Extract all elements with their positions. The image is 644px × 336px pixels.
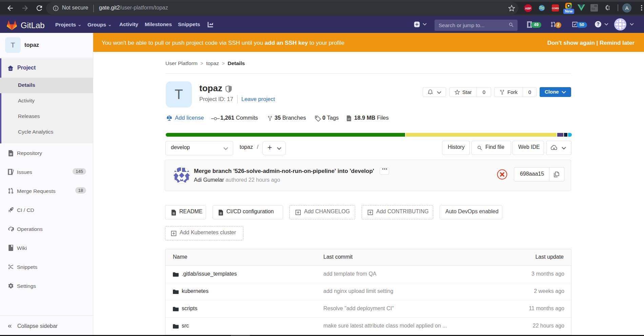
svg-text:Se: Se <box>591 7 595 11</box>
svg-text:ABP: ABP <box>525 7 531 10</box>
svg-text:CORS: CORS <box>552 7 559 10</box>
